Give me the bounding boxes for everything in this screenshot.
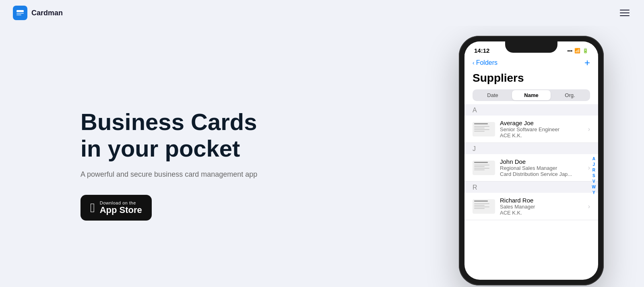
contact-chevron-icon: › (588, 126, 590, 133)
contact-item-john-doe[interactable]: John Doe Regional Sales Manager Card Dis… (464, 154, 598, 182)
contact-name: John Doe (500, 158, 583, 165)
phone-screen: 14:12 ▪▪▪ 📶 🔋 ‹ Folders + Sup (464, 41, 598, 280)
sort-tab-org[interactable]: Org. (551, 90, 589, 100)
thumb-line-1 (474, 203, 489, 204)
thumb-line-1 (474, 126, 489, 127)
svg-rect-2 (17, 14, 21, 15)
contact-title: Senior Software Engineer (500, 126, 583, 132)
hero-subtitle: A powerful and secure business card mana… (80, 170, 274, 179)
contact-org: ACE K.K. (500, 210, 583, 216)
thumb-line-4 (474, 131, 485, 132)
status-icons: ▪▪▪ 📶 🔋 (567, 48, 588, 54)
thumb-line-2 (474, 128, 485, 128)
wifi-icon: 📶 (574, 48, 580, 54)
alpha-v[interactable]: V (592, 179, 596, 184)
thumb-line-2 (474, 205, 485, 206)
alpha-a[interactable]: A (592, 157, 596, 161)
contact-info-john-doe: John Doe Regional Sales Manager Card Dis… (500, 158, 583, 177)
contact-chevron-icon: › (588, 203, 590, 210)
hero-section: Business Cards in your pocket A powerful… (0, 26, 644, 287)
add-button[interactable]: + (584, 57, 590, 68)
sort-tab-name[interactable]: Name (512, 90, 551, 100)
contact-name: Richard Roe (500, 197, 583, 204)
phone-frame: 14:12 ▪▪▪ 📶 🔋 ‹ Folders + Sup (459, 36, 604, 285)
brand-name: Cardman (31, 9, 63, 17)
thumb-line-3 (474, 129, 489, 130)
card-thumbnail-richard-roe (473, 199, 495, 214)
card-thumbnail-john-doe (473, 161, 495, 175)
contact-info-average-joe: Average Joe Senior Software Engineer ACE… (500, 120, 583, 138)
thumb-line-4 (474, 208, 485, 209)
thumb-line-1 (474, 165, 489, 165)
phone-notch (505, 41, 557, 53)
thumb-line-2 (474, 166, 485, 167)
thumb-name (474, 200, 488, 202)
sort-tab-date[interactable]: Date (473, 90, 512, 100)
navbar: Cardman (0, 0, 644, 26)
contact-info-richard-roe: Richard Roe Sales Manager ACE K.K. (500, 197, 583, 216)
back-chevron-icon: ‹ (473, 60, 475, 66)
app-store-big-text: App Store (100, 205, 142, 215)
alpha-j[interactable]: J (592, 162, 596, 167)
phone-mockup: 14:12 ▪▪▪ 📶 🔋 ‹ Folders + Sup (459, 36, 604, 285)
contact-chevron-icon: › (588, 164, 590, 171)
contact-title: Regional Sales Manager (500, 165, 583, 171)
contact-item-average-joe[interactable]: Average Joe Senior Software Engineer ACE… (464, 116, 598, 143)
card-thumbnail-average-joe (473, 122, 495, 136)
thumb-name (474, 123, 488, 124)
thumb-line-3 (474, 206, 489, 207)
hero-title: Business Cards in your pocket (80, 109, 274, 162)
section-header-r: R (464, 182, 598, 193)
hamburger-line-3 (620, 15, 630, 16)
folder-back-button[interactable]: ‹ Folders (473, 59, 497, 66)
apple-icon:  (90, 201, 95, 214)
brand-icon (13, 6, 27, 20)
brand: Cardman (13, 6, 63, 20)
hamburger-button[interactable] (618, 8, 631, 18)
contact-title: Sales Manager (500, 204, 583, 210)
status-time: 14:12 (474, 47, 489, 54)
sort-tabs: Date Name Org. (473, 89, 590, 101)
contact-name: Average Joe (500, 120, 583, 126)
alpha-w[interactable]: W (592, 185, 596, 190)
contact-org: Card Distribution Service Jap... (500, 171, 583, 177)
alpha-s[interactable]: S (592, 173, 596, 178)
screen-title: Suppliers (464, 72, 598, 89)
alpha-index: A J R S V W Y (592, 157, 596, 195)
contact-item-richard-roe[interactable]: Richard Roe Sales Manager ACE K.K. › (464, 193, 598, 220)
hamburger-line-1 (620, 10, 630, 10)
thumb-name (474, 162, 488, 163)
svg-rect-0 (17, 10, 24, 12)
thumb-line-3 (474, 168, 489, 169)
svg-rect-1 (17, 13, 24, 14)
battery-icon: 🔋 (582, 48, 588, 54)
folder-back-label: Folders (476, 59, 497, 66)
thumb-line-4 (474, 169, 485, 170)
hamburger-line-2 (620, 12, 630, 13)
section-header-a: A (464, 104, 598, 116)
hero-text: Business Cards in your pocket A powerful… (80, 109, 274, 221)
alpha-r[interactable]: R (592, 168, 596, 173)
alpha-y[interactable]: Y (592, 190, 596, 195)
contact-org: ACE K.K. (500, 132, 583, 138)
app-store-button[interactable]:  Download on the App Store (80, 195, 152, 221)
signal-icon: ▪▪▪ (567, 48, 572, 54)
section-header-j: J (464, 143, 598, 154)
app-store-text: Download on the App Store (100, 200, 142, 215)
folder-nav: ‹ Folders + (464, 56, 598, 72)
